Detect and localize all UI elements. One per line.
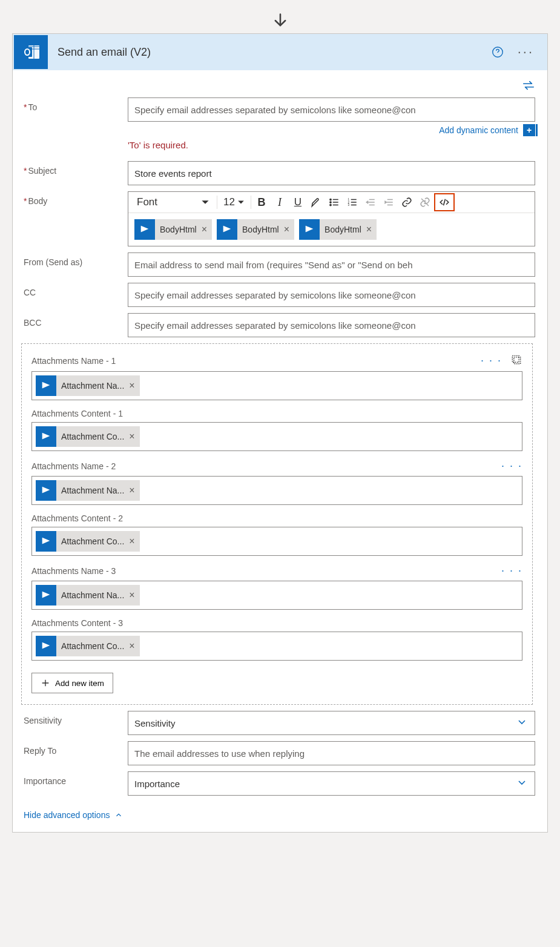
attachment-content-field[interactable]: Attachment Co...×: [31, 527, 522, 556]
body-editor[interactable]: Font 12 B I U: [128, 191, 535, 246]
outlook-icon: [14, 35, 48, 69]
token-source-icon: [217, 219, 237, 240]
sensitivity-select[interactable]: [128, 711, 535, 735]
link-icon[interactable]: [398, 193, 416, 211]
card-header[interactable]: Send an email (V2) ···: [13, 34, 547, 70]
attachment-name-field[interactable]: Attachment Na...×: [31, 476, 522, 505]
number-list-icon[interactable]: 123: [343, 193, 361, 211]
svg-text:3: 3: [348, 203, 349, 206]
remove-token-icon[interactable]: ×: [129, 485, 134, 496]
body-token: BodyHtml ×: [217, 219, 294, 240]
add-new-item-button[interactable]: Add new item: [31, 673, 113, 693]
add-dynamic-content-icon[interactable]: +: [523, 124, 535, 136]
remove-token-icon[interactable]: ×: [129, 641, 134, 652]
attachment-content-label: Attachments Content - 3: [31, 618, 123, 628]
token-source-icon: [36, 636, 56, 656]
bcc-input[interactable]: [128, 313, 535, 337]
remove-token-icon[interactable]: ×: [129, 536, 134, 547]
token-source-icon: [36, 426, 56, 447]
attachments-block: Attachments Name - 1· · ·Attachment Na..…: [21, 343, 533, 705]
attachment-token: Attachment Na...×: [36, 375, 140, 396]
cc-input[interactable]: [128, 283, 535, 307]
token-source-icon: [36, 480, 56, 501]
attachment-content-field[interactable]: Attachment Co...×: [31, 632, 522, 661]
token-source-icon: [36, 375, 56, 396]
add-dynamic-content-link[interactable]: Add dynamic content: [439, 125, 518, 135]
remove-token-icon[interactable]: ×: [129, 590, 134, 601]
attachment-more-icon[interactable]: · · ·: [481, 354, 502, 367]
swap-connection-icon[interactable]: [522, 79, 535, 94]
body-token: BodyHtml ×: [134, 219, 212, 240]
attachment-token: Attachment Co...×: [36, 426, 140, 447]
subject-label: Subject: [19, 161, 128, 176]
code-view-icon[interactable]: [434, 193, 455, 211]
remove-token-icon[interactable]: ×: [366, 224, 372, 235]
replyto-label: Reply To: [19, 741, 128, 756]
svg-point-7: [330, 204, 331, 205]
font-size-select[interactable]: 12: [219, 194, 249, 211]
attachment-name-label: Attachments Name - 3: [31, 566, 116, 576]
attachment-name-label: Attachments Name - 2: [31, 461, 116, 471]
attachment-token: Attachment Na...×: [36, 480, 140, 501]
attachment-token: Attachment Co...×: [36, 636, 140, 656]
svg-point-5: [330, 199, 331, 200]
card-title: Send an email (V2): [58, 46, 481, 59]
remove-token-icon[interactable]: ×: [129, 380, 134, 391]
remove-token-icon[interactable]: ×: [129, 431, 134, 442]
bullet-list-icon[interactable]: [325, 193, 343, 211]
remove-token-icon[interactable]: ×: [284, 224, 289, 235]
cc-label: CC: [19, 283, 128, 297]
font-select[interactable]: Font: [131, 194, 216, 211]
svg-rect-12: [512, 355, 519, 362]
body-label: Body: [19, 191, 128, 206]
unlink-icon[interactable]: [416, 193, 434, 211]
body-token: BodyHtml ×: [299, 219, 377, 240]
bcc-label: BCC: [19, 313, 128, 328]
attachment-content-label: Attachments Content - 1: [31, 409, 123, 418]
attachment-more-icon[interactable]: · · ·: [501, 564, 522, 577]
flow-arrow-down-icon: [12, 12, 548, 31]
importance-label: Importance: [19, 771, 128, 786]
svg-point-6: [330, 202, 331, 203]
to-input[interactable]: [128, 97, 535, 122]
token-source-icon: [299, 219, 320, 240]
help-icon[interactable]: [491, 45, 504, 59]
from-label: From (Send as): [19, 252, 128, 267]
attachment-token: Attachment Co...×: [36, 531, 140, 552]
attachment-content-label: Attachments Content - 2: [31, 513, 123, 523]
sensitivity-label: Sensitivity: [19, 711, 128, 725]
to-error: 'To' is required.: [128, 140, 535, 150]
replyto-input[interactable]: [128, 741, 535, 765]
from-input[interactable]: [128, 252, 535, 277]
more-menu-icon[interactable]: ···: [514, 44, 538, 60]
token-source-icon: [36, 531, 56, 552]
bold-icon[interactable]: B: [252, 193, 271, 211]
attachment-name-field[interactable]: Attachment Na...×: [31, 581, 522, 610]
attachment-token: Attachment Na...×: [36, 585, 140, 605]
underline-icon[interactable]: U: [289, 193, 307, 211]
color-icon[interactable]: [307, 193, 325, 211]
indent-icon[interactable]: [380, 193, 398, 211]
to-label: To: [19, 97, 128, 112]
svg-rect-11: [514, 357, 521, 364]
action-card: Send an email (V2) ··· To Add dynamic co…: [12, 33, 548, 833]
token-source-icon: [134, 219, 155, 240]
importance-select[interactable]: [128, 771, 535, 796]
attachment-content-field[interactable]: Attachment Co...×: [31, 422, 522, 451]
token-source-icon: [36, 585, 56, 605]
remove-token-icon[interactable]: ×: [202, 224, 207, 235]
attachment-more-icon[interactable]: · · ·: [501, 460, 522, 472]
attachment-copy-icon[interactable]: [510, 354, 522, 368]
subject-input[interactable]: [128, 161, 535, 185]
italic-icon[interactable]: I: [271, 193, 289, 211]
attachment-name-label: Attachments Name - 1: [31, 356, 116, 366]
outdent-icon[interactable]: [361, 193, 380, 211]
hide-advanced-options-link[interactable]: Hide advanced options: [24, 810, 123, 820]
attachment-name-field[interactable]: Attachment Na...×: [31, 371, 522, 400]
